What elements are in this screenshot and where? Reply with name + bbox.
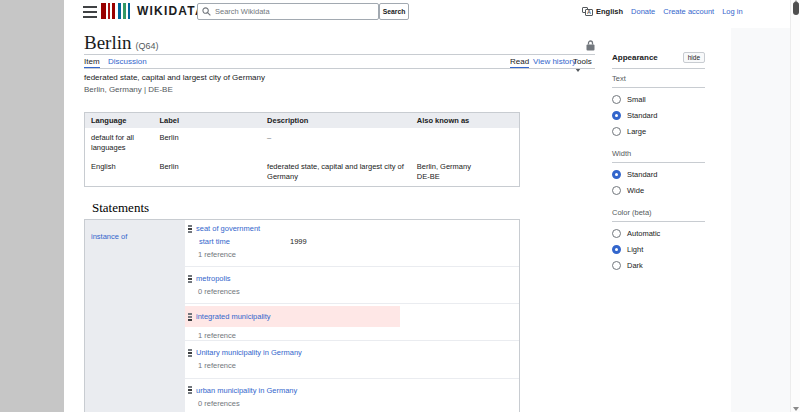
rank-selector-icon[interactable] bbox=[188, 275, 192, 283]
cell-language: default for all languages bbox=[85, 128, 154, 157]
donate-link[interactable]: Donate bbox=[631, 7, 655, 16]
scroll-down-icon[interactable] bbox=[793, 407, 799, 411]
section-label-width: Width bbox=[612, 144, 705, 163]
radio-icon[interactable] bbox=[612, 95, 621, 104]
references-toggle[interactable]: 1 reference bbox=[185, 361, 519, 370]
lock-icon bbox=[586, 37, 595, 55]
radio-selected-icon[interactable] bbox=[612, 111, 621, 120]
statement: metropolis 0 references bbox=[185, 267, 519, 304]
appearance-panel: Appearance hide Text Small Standard Larg… bbox=[612, 52, 705, 270]
hide-appearance-button[interactable]: hide bbox=[683, 52, 705, 63]
language-selector[interactable]: A English bbox=[582, 7, 623, 16]
col-description: Description bbox=[261, 113, 411, 129]
vertical-scrollbar[interactable] bbox=[790, 0, 800, 412]
statements-heading: Statements bbox=[92, 200, 149, 216]
references-toggle[interactable]: 1 reference bbox=[185, 250, 519, 259]
qualifier-property-link[interactable]: start time bbox=[199, 237, 290, 246]
statement: Unitary municipality in Germany 1 refere… bbox=[185, 341, 519, 378]
cell-description: federated state, capital and largest cit… bbox=[261, 157, 411, 187]
qualifier-value: 1999 bbox=[290, 237, 307, 246]
search-icon bbox=[202, 7, 211, 16]
radio-color-dark[interactable]: Dark bbox=[612, 261, 705, 270]
radio-color-light[interactable]: Light bbox=[612, 245, 705, 254]
scrollbar-thumb[interactable] bbox=[793, 2, 799, 15]
appearance-title: Appearance bbox=[612, 53, 658, 62]
radio-selected-icon[interactable] bbox=[612, 245, 621, 254]
entity-aliases: Berlin, Germany | DE-BE bbox=[84, 85, 173, 94]
references-toggle[interactable]: 0 references bbox=[185, 287, 519, 296]
col-language: Language bbox=[85, 113, 154, 129]
create-account-link[interactable]: Create account bbox=[663, 7, 714, 16]
entity-description: federated state, capital and largest cit… bbox=[84, 73, 265, 82]
statement-value-link[interactable]: urban municipality in Germany bbox=[196, 386, 297, 395]
property-link-instance-of[interactable]: instance of bbox=[91, 232, 127, 241]
rank-selector-icon[interactable] bbox=[188, 349, 192, 357]
tabs-divider bbox=[84, 68, 595, 69]
radio-text-small[interactable]: Small bbox=[612, 95, 705, 104]
statement-group: instance of seat of government start tim… bbox=[84, 219, 520, 412]
cell-description: – bbox=[261, 128, 411, 157]
cell-language: English bbox=[85, 157, 154, 187]
cell-aliases: Berlin, Germany DE-BE bbox=[411, 157, 520, 187]
wikidata-page: WIKIDATA Search Wikidata Search A Englis… bbox=[0, 0, 800, 412]
wikidata-logo[interactable]: WIKIDATA bbox=[101, 3, 205, 19]
terms-table: Language Label Description Also known as… bbox=[84, 112, 520, 187]
references-toggle[interactable]: 1 reference bbox=[185, 331, 519, 340]
qualifier-row: start time 1999 bbox=[185, 237, 519, 246]
statement-deprecated: integrated municipality 1 reference bbox=[185, 304, 519, 341]
radio-color-automatic[interactable]: Automatic bbox=[612, 229, 705, 238]
tab-discussion[interactable]: Discussion bbox=[108, 57, 147, 66]
radio-width-standard[interactable]: Standard bbox=[612, 170, 705, 179]
tab-view-history[interactable]: View history bbox=[533, 57, 576, 66]
tab-tools[interactable]: Tools bbox=[573, 57, 595, 75]
cell-aliases bbox=[411, 128, 520, 157]
statement-value-link[interactable]: metropolis bbox=[196, 274, 231, 283]
table-row: default for all languages Berlin – bbox=[85, 128, 520, 157]
desktop-margin bbox=[0, 0, 64, 412]
page-title: Berlin bbox=[84, 32, 132, 53]
section-label-color: Color (beta) bbox=[612, 203, 705, 222]
rank-selector-icon[interactable] bbox=[188, 313, 192, 321]
entity-id: (Q64) bbox=[136, 41, 159, 51]
rank-selector-icon[interactable] bbox=[188, 225, 192, 233]
section-label-text: Text bbox=[612, 69, 705, 88]
search-button[interactable]: Search bbox=[379, 3, 409, 20]
deprecated-highlight: integrated municipality bbox=[185, 306, 400, 327]
cell-label: Berlin bbox=[153, 157, 261, 187]
col-label: Label bbox=[153, 113, 261, 129]
log-in-link[interactable]: Log in bbox=[722, 7, 742, 16]
radio-icon[interactable] bbox=[612, 186, 621, 195]
radio-selected-icon[interactable] bbox=[612, 170, 621, 179]
radio-icon[interactable] bbox=[612, 127, 621, 136]
search-input[interactable]: Search Wikidata bbox=[197, 3, 379, 20]
statement: urban municipality in Germany 0 referenc… bbox=[185, 379, 519, 412]
table-row: English Berlin federated state, capital … bbox=[85, 157, 520, 187]
statement-value-link[interactable]: integrated municipality bbox=[196, 312, 271, 321]
logo-wordmark: WIKIDATA bbox=[137, 4, 205, 18]
language-icon: A bbox=[582, 7, 593, 16]
col-also-known-as: Also known as bbox=[411, 113, 520, 129]
main-menu-icon[interactable] bbox=[83, 6, 97, 18]
search-placeholder: Search Wikidata bbox=[215, 7, 270, 16]
statement-value-link[interactable]: Unitary municipality in Germany bbox=[196, 348, 302, 357]
statement: seat of government start time 1999 1 ref… bbox=[185, 220, 519, 267]
property-cell: instance of bbox=[85, 220, 185, 412]
title-divider bbox=[84, 54, 595, 55]
rank-selector-icon[interactable] bbox=[188, 386, 192, 394]
cell-label: Berlin bbox=[153, 128, 261, 157]
statement-value-link[interactable]: seat of government bbox=[196, 224, 260, 233]
radio-text-large[interactable]: Large bbox=[612, 127, 705, 136]
radio-icon[interactable] bbox=[612, 229, 621, 238]
page-gutter bbox=[731, 28, 790, 412]
language-label: English bbox=[596, 7, 623, 16]
terms-header-row: Language Label Description Also known as bbox=[85, 113, 520, 129]
radio-text-standard[interactable]: Standard bbox=[612, 111, 705, 120]
radio-icon[interactable] bbox=[612, 261, 621, 270]
references-toggle[interactable]: 0 references bbox=[185, 399, 519, 408]
wikidata-logo-bars bbox=[101, 3, 130, 19]
radio-width-wide[interactable]: Wide bbox=[612, 186, 705, 195]
